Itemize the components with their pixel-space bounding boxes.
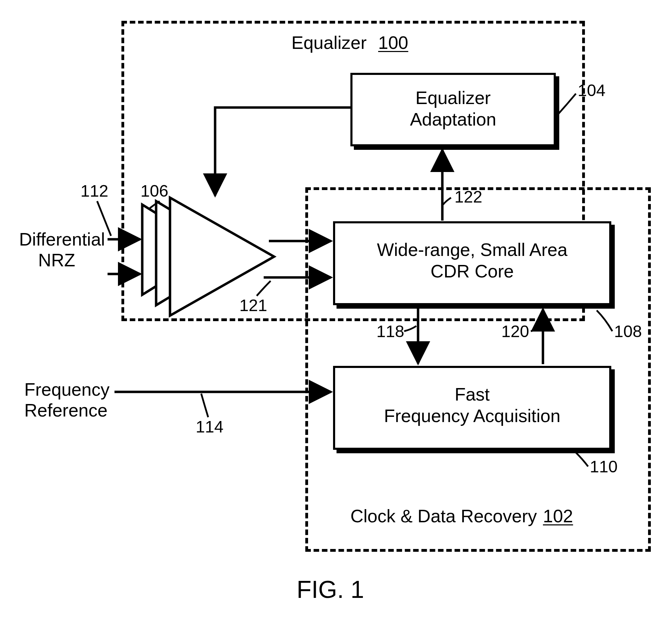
freq-acq-line1: Fast <box>335 385 609 404</box>
equalizer-adaptation-line1: Equalizer <box>352 88 554 108</box>
cdr-core-block: Wide-range, Small Area CDR Core <box>333 221 611 305</box>
figure-caption: FIG. 1 <box>297 576 364 603</box>
freq-acq-line2: Frequency Acquisition <box>335 406 609 426</box>
freq-ref-line1: Frequency <box>24 380 110 400</box>
equalizer-adaptation-ref: 104 <box>578 81 605 100</box>
signal-122-ref: 122 <box>454 188 482 206</box>
cdr-core-line1: Wide-range, Small Area <box>335 240 609 260</box>
diff-nrz-line2: NRZ <box>38 250 75 270</box>
cdr-title-label: Clock & Data Recovery <box>350 506 537 526</box>
cdr-title-ref: 102 <box>543 506 573 526</box>
equalizer-adaptation-block: Equalizer Adaptation <box>350 73 556 146</box>
cdr-core-ref: 108 <box>614 323 642 341</box>
diagram-stage: Equalizer 100 Equalizer Adaptation 104 W… <box>0 0 672 618</box>
diff-nrz-ref: 112 <box>80 182 108 200</box>
cdr-core-line2: CDR Core <box>335 261 609 281</box>
equalizer-title-ref: 100 <box>378 33 408 53</box>
freq-ref-line2: Reference <box>24 401 108 420</box>
diff-nrz-line1: Differential <box>19 230 105 249</box>
signal-118-ref: 118 <box>376 323 404 341</box>
freq-acq-block: Fast Frequency Acquisition <box>333 366 611 450</box>
equalizer-title-label: Equalizer <box>291 33 367 53</box>
freq-ref-ref: 114 <box>196 418 223 436</box>
amp-stack-ref: 106 <box>141 182 168 200</box>
equalizer-adaptation-line2: Adaptation <box>352 110 554 129</box>
signal-121-ref: 121 <box>239 297 267 315</box>
freq-acq-ref: 110 <box>590 458 618 476</box>
signal-120-ref: 120 <box>501 323 529 341</box>
